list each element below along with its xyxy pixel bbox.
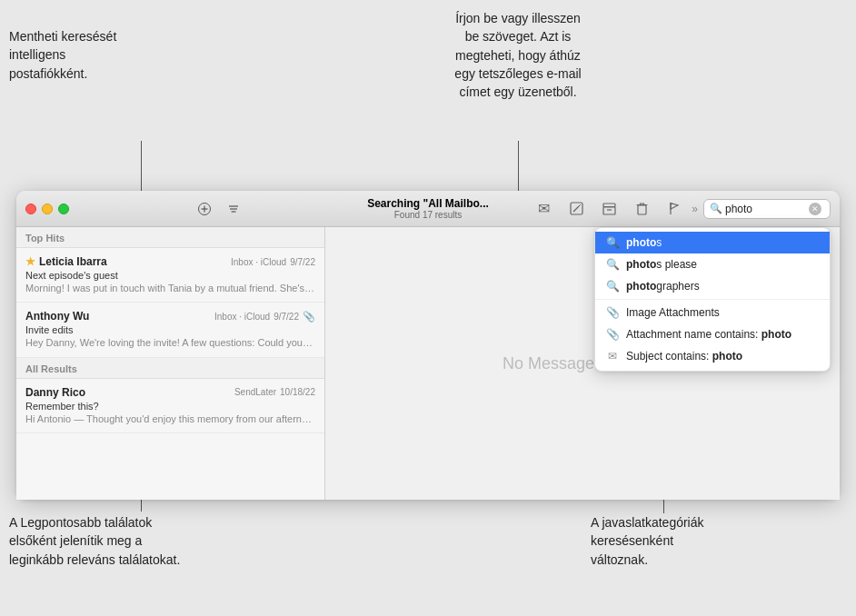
subject-leticia: Next episode's guest	[25, 270, 315, 281]
sender-anthony: Anthony Wu	[25, 310, 89, 323]
all-results-header: All Results	[16, 358, 324, 379]
trash-icon[interactable]	[633, 201, 650, 217]
suggestion-photographers-text: photographers	[626, 280, 700, 293]
search-icon: 🔍	[710, 203, 722, 214]
annotation-topcenter: Írjon be vagy illesszen be szöveget. Azt…	[418, 9, 618, 101]
minimize-button[interactable]	[42, 204, 53, 214]
traffic-lights	[25, 204, 69, 214]
mail-window: Searching "All Mailbo... Found 17 result…	[16, 191, 840, 500]
sender-danny: Danny Rico	[25, 386, 85, 399]
subject-anthony: Invite edits	[25, 324, 315, 335]
compose-icon[interactable]	[568, 201, 584, 217]
fullscreen-button[interactable]	[58, 204, 69, 214]
window-title-group: Searching "All Mailbo... Found 17 result…	[367, 197, 489, 220]
suggestion-image-attachments-text: Image Attachments	[626, 306, 720, 319]
suggestion-subject-contains[interactable]: ✉ Subject contains: photo	[595, 345, 830, 367]
attachment-icon-2: 📎	[606, 328, 619, 341]
annotation-bottomleft: A Legpontosabb találatok elsőként jelení…	[9, 513, 218, 569]
preview-danny: Hi Antonio — Thought you'd enjoy this me…	[25, 412, 315, 425]
dropdown-separator	[595, 299, 830, 300]
search-clear-button[interactable]: ✕	[809, 203, 821, 215]
sender-leticia: ★ Leticia Ibarra	[25, 255, 107, 268]
search-suggestion-icon-2: 🔍	[606, 258, 619, 271]
filter-button[interactable]	[225, 201, 242, 217]
mail-item-leticia[interactable]: ★ Leticia Ibarra Inbox · iCloud 9/7/22 N…	[16, 248, 324, 303]
preview-leticia: Morning! I was put in touch with Tania b…	[25, 282, 315, 294]
envelope-suggestion-icon: ✉	[606, 350, 619, 363]
attachment-icon: 📎	[606, 306, 619, 319]
subject-danny: Remember this?	[25, 401, 315, 412]
preview-anthony: Hey Danny, We're loving the invite! A fe…	[25, 336, 315, 349]
search-suggestion-icon-3: 🔍	[606, 280, 619, 293]
mail-item-danny[interactable]: Danny Rico SendLater 10/18/22 Remember t…	[16, 379, 324, 433]
svg-rect-10	[638, 205, 646, 214]
search-suggestion-icon: 🔍	[606, 236, 619, 249]
star-icon-leticia: ★	[25, 255, 35, 268]
toolbar-icons	[196, 201, 242, 217]
annotation-topleft: Mentheti keresését intelligens postafiók…	[9, 27, 164, 83]
search-chevron[interactable]: »	[692, 203, 698, 215]
mail-meta-danny: SendLater 10/18/22	[234, 387, 315, 397]
mail-item-anthony[interactable]: Anthony Wu Inbox · iCloud 9/7/22 📎 Invit…	[16, 303, 324, 357]
suggestion-photos-text: photos	[626, 236, 662, 249]
callout-line-left	[141, 141, 142, 194]
mail-meta-anthony: Inbox · iCloud 9/7/22 📎	[214, 311, 315, 323]
archive-icon[interactable]	[601, 201, 617, 217]
suggestion-attachment-name[interactable]: 📎 Attachment name contains: photo	[595, 323, 830, 345]
suggestion-photos-please-text: photos please	[626, 258, 697, 271]
callout-line-topcenter	[518, 141, 519, 195]
svg-rect-8	[603, 207, 615, 214]
suggestion-photographers[interactable]: 🔍 photographers	[595, 275, 830, 297]
titlebar: Searching "All Mailbo... Found 17 result…	[16, 191, 840, 227]
suggestion-photos-please[interactable]: 🔍 photos please	[595, 253, 830, 275]
search-bar[interactable]: » 🔍 ✕	[692, 199, 831, 219]
mail-list-panel: Top Hits ★ Leticia Ibarra Inbox · iCloud…	[16, 227, 325, 500]
search-input-wrap[interactable]: 🔍 ✕	[703, 199, 831, 219]
close-button[interactable]	[25, 204, 36, 214]
search-dropdown: 🔍 photos 🔍 photos please 🔍 photographers…	[594, 227, 831, 372]
add-mailbox-button[interactable]	[196, 201, 213, 217]
annotation-bottomright: A javaslatkategóriák keresésenként válto…	[591, 513, 800, 569]
suggestion-image-attachments[interactable]: 📎 Image Attachments	[595, 302, 830, 323]
mail-meta-leticia: Inbox · iCloud 9/7/22	[231, 257, 315, 267]
suggestion-subject-contains-text: Subject contains: photo	[626, 350, 742, 363]
paperclip-icon-anthony: 📎	[303, 311, 315, 323]
suggestion-attachment-name-text: Attachment name contains: photo	[626, 328, 791, 341]
top-hits-header: Top Hits	[16, 227, 324, 248]
svg-rect-7	[603, 204, 615, 207]
flag-icon[interactable]	[666, 201, 682, 217]
search-input[interactable]	[725, 203, 807, 215]
suggestion-photos[interactable]: 🔍 photos	[595, 232, 830, 253]
window-subtitle: Found 17 results	[367, 210, 489, 220]
envelope-icon[interactable]: ✉	[535, 201, 552, 217]
window-title: Searching "All Mailbo...	[367, 197, 489, 210]
